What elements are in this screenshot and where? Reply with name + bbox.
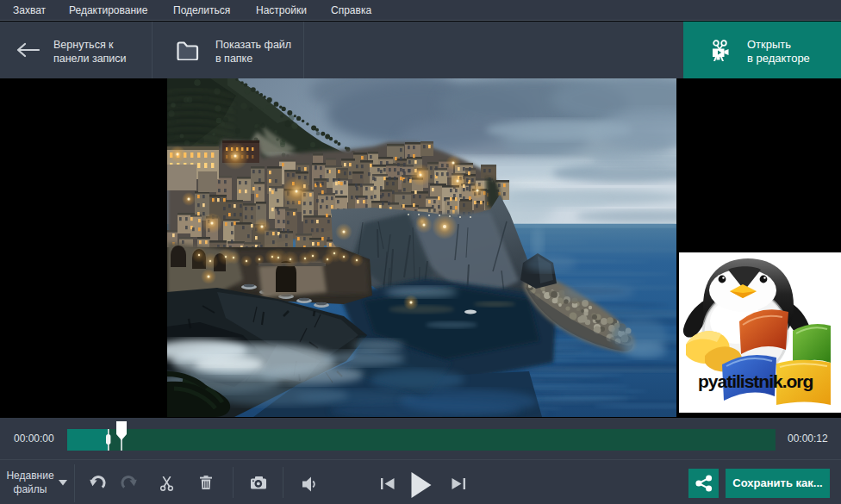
svg-text:pyatilistnik.org: pyatilistnik.org xyxy=(698,371,813,391)
